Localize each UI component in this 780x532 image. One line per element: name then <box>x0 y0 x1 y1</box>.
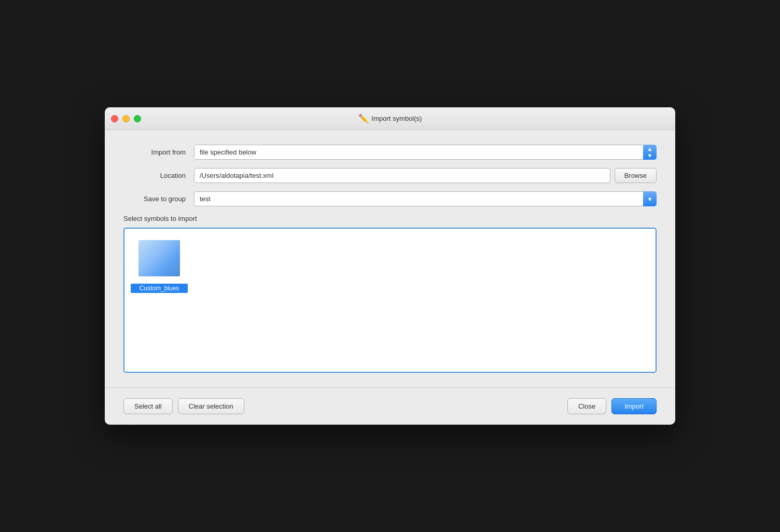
title-icon: ✏️ <box>358 114 369 123</box>
browse-button[interactable]: Browse <box>615 168 657 183</box>
bottom-right-buttons: Close Import <box>567 398 657 414</box>
save-group-select-wrapper: test ▼ <box>194 191 657 206</box>
dialog-content: Import from file specified below ▲ ▼ <box>105 130 675 387</box>
bottom-left-buttons: Select all Clear selection <box>123 398 244 414</box>
titlebar: ✏️ Import symbol(s) <box>105 107 675 130</box>
window-title: ✏️ Import symbol(s) <box>358 114 422 123</box>
bottom-bar: Select all Clear selection Close Import <box>105 387 675 425</box>
select-all-button[interactable]: Select all <box>123 398 173 414</box>
location-row: Location Browse <box>123 168 657 183</box>
import-from-wrapper: file specified below ▲ ▼ <box>194 145 657 160</box>
import-from-select[interactable]: file specified below <box>194 145 657 160</box>
minimize-window-button[interactable] <box>122 115 130 122</box>
location-label: Location <box>123 172 186 179</box>
symbol-name: Custom_blues <box>131 284 188 293</box>
save-to-group-select[interactable]: test <box>194 191 657 206</box>
import-from-row: Import from file specified below ▲ ▼ <box>123 145 657 160</box>
clear-selection-button[interactable]: Clear selection <box>178 398 244 414</box>
save-to-group-label: Save to group <box>123 195 186 203</box>
import-dialog: ✏️ Import symbol(s) Import from file spe… <box>105 107 675 425</box>
import-from-label: Import from <box>123 148 186 156</box>
symbols-list[interactable]: Custom_blues <box>123 228 657 373</box>
close-button[interactable]: Close <box>567 398 606 414</box>
select-symbols-label: Select symbols to import <box>123 215 657 222</box>
close-window-button[interactable] <box>111 115 118 122</box>
list-item[interactable]: Custom_blues <box>131 235 188 293</box>
location-wrapper <box>194 168 610 183</box>
location-input[interactable] <box>194 168 610 183</box>
symbol-preview <box>138 240 180 276</box>
symbol-thumbnail <box>131 235 188 282</box>
save-to-group-row: Save to group test ▼ <box>123 191 657 206</box>
import-button[interactable]: Import <box>611 398 657 414</box>
import-from-select-wrapper: file specified below ▲ ▼ <box>194 145 657 160</box>
window-controls <box>111 115 141 122</box>
maximize-window-button[interactable] <box>134 115 141 122</box>
title-text: Import symbol(s) <box>372 115 422 122</box>
save-to-group-wrapper: test ▼ <box>194 191 657 206</box>
